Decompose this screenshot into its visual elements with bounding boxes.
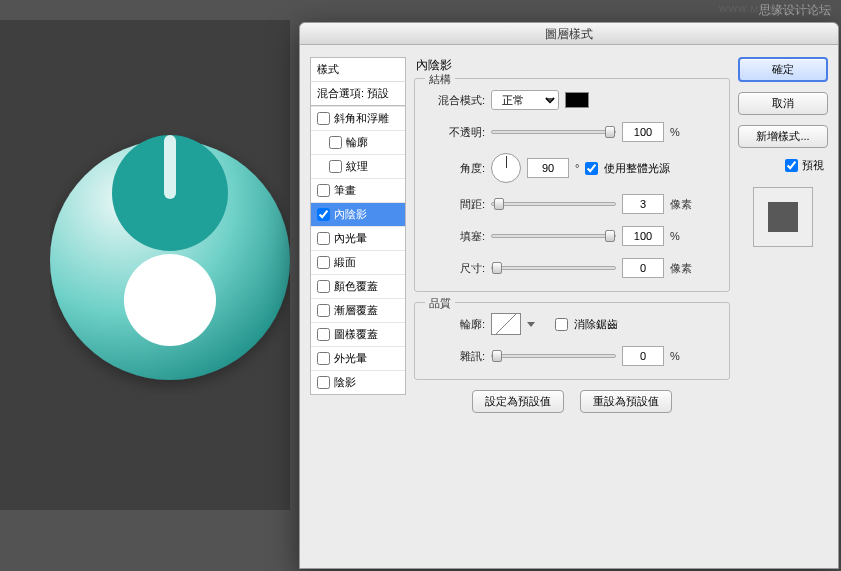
ok-button[interactable]: 確定 xyxy=(738,57,828,82)
blend-mode-select-wrap: 正常 xyxy=(491,90,559,110)
structure-group-label: 結構 xyxy=(425,72,455,87)
svg-point-2 xyxy=(124,254,216,346)
structure-group: 結構 混合模式: 正常 不透明: % 角度: xyxy=(414,78,730,292)
contour-label: 輪廓: xyxy=(425,317,485,332)
make-default-button[interactable]: 設定為預設值 xyxy=(472,390,564,413)
watermark: WWW.MISSYUAN.COM xyxy=(719,4,833,14)
effect-inner-glow-check[interactable] xyxy=(317,232,330,245)
effect-bevel[interactable]: 斜角和浮雕 xyxy=(311,106,405,130)
size-label: 尺寸: xyxy=(425,261,485,276)
distance-input[interactable] xyxy=(622,194,664,214)
effect-gradient-overlay-check[interactable] xyxy=(317,304,330,317)
quality-group: 品質 輪廓: 消除鋸齒 雜訊: % xyxy=(414,302,730,380)
distance-slider[interactable] xyxy=(491,202,616,206)
noise-slider[interactable] xyxy=(491,354,616,358)
pct-unit3: % xyxy=(670,350,680,362)
angle-dial[interactable] xyxy=(491,153,521,183)
blending-options-item[interactable]: 混合選項: 預設 xyxy=(310,81,406,106)
quality-group-label: 品質 xyxy=(425,296,455,311)
preview-thumbnail xyxy=(753,187,813,247)
settings-panel: 內陰影 結構 混合模式: 正常 不透明: % 角度: xyxy=(414,57,730,556)
layer-style-dialog: 圖層樣式 樣式 混合選項: 預設 斜角和浮雕 輪廓 紋理 筆畫 內陰影 內光暈 … xyxy=(299,22,839,569)
effect-texture[interactable]: 紋理 xyxy=(311,154,405,178)
opacity-label: 不透明: xyxy=(425,125,485,140)
px-unit2: 像素 xyxy=(670,261,692,276)
effect-inner-shadow-check[interactable] xyxy=(317,208,330,221)
actions-column: 確定 取消 新增樣式... 預視 xyxy=(738,57,828,556)
effect-pattern-overlay-check[interactable] xyxy=(317,328,330,341)
pct-unit: % xyxy=(670,126,680,138)
effect-inner-glow[interactable]: 內光暈 xyxy=(311,226,405,250)
global-light-label: 使用整體光源 xyxy=(604,161,670,176)
preview-swatch xyxy=(768,202,798,232)
effect-bevel-check[interactable] xyxy=(317,112,330,125)
opacity-input[interactable] xyxy=(622,122,664,142)
effect-outer-glow-check[interactable] xyxy=(317,352,330,365)
contour-picker[interactable] xyxy=(491,313,521,335)
effect-color-overlay-check[interactable] xyxy=(317,280,330,293)
preview-label: 預視 xyxy=(802,158,824,173)
antialias-check[interactable] xyxy=(555,318,568,331)
dialog-title: 圖層樣式 xyxy=(300,23,838,45)
choke-label: 填塞: xyxy=(425,229,485,244)
new-style-button[interactable]: 新增樣式... xyxy=(738,125,828,148)
chevron-down-icon[interactable] xyxy=(527,322,535,327)
distance-label: 間距: xyxy=(425,197,485,212)
noise-input[interactable] xyxy=(622,346,664,366)
effect-gradient-overlay[interactable]: 漸層覆蓋 xyxy=(311,298,405,322)
pct-unit2: % xyxy=(670,230,680,242)
effect-stroke-check[interactable] xyxy=(317,184,330,197)
effect-pattern-overlay[interactable]: 圖樣覆蓋 xyxy=(311,322,405,346)
effect-contour[interactable]: 輪廓 xyxy=(311,130,405,154)
px-unit: 像素 xyxy=(670,197,692,212)
size-input[interactable] xyxy=(622,258,664,278)
effect-texture-check[interactable] xyxy=(329,160,342,173)
artwork-preview xyxy=(50,105,290,395)
noise-label: 雜訊: xyxy=(425,349,485,364)
effect-drop-shadow[interactable]: 陰影 xyxy=(311,370,405,394)
opacity-slider[interactable] xyxy=(491,130,616,134)
effect-drop-shadow-check[interactable] xyxy=(317,376,330,389)
effect-satin-check[interactable] xyxy=(317,256,330,269)
antialias-label: 消除鋸齒 xyxy=(574,317,618,332)
size-slider[interactable] xyxy=(491,266,616,270)
effect-outer-glow[interactable]: 外光暈 xyxy=(311,346,405,370)
preview-check[interactable] xyxy=(785,159,798,172)
effect-inner-shadow[interactable]: 內陰影 xyxy=(311,202,405,226)
angle-label: 角度: xyxy=(425,161,485,176)
blend-mode-label: 混合模式: xyxy=(425,93,485,108)
shadow-color-swatch[interactable] xyxy=(565,92,589,108)
effect-contour-check[interactable] xyxy=(329,136,342,149)
angle-input[interactable] xyxy=(527,158,569,178)
blend-mode-select[interactable]: 正常 xyxy=(491,90,559,110)
global-light-check[interactable] xyxy=(585,162,598,175)
choke-slider[interactable] xyxy=(491,234,616,238)
cancel-button[interactable]: 取消 xyxy=(738,92,828,115)
preview-toggle[interactable]: 預視 xyxy=(738,158,828,173)
styles-heading: 樣式 xyxy=(310,57,406,81)
styles-sidebar: 樣式 混合選項: 預設 斜角和浮雕 輪廓 紋理 筆畫 內陰影 內光暈 緞面 顏色… xyxy=(310,57,406,556)
effect-satin[interactable]: 緞面 xyxy=(311,250,405,274)
panel-title: 內陰影 xyxy=(414,57,730,74)
reset-default-button[interactable]: 重設為預設值 xyxy=(580,390,672,413)
effect-stroke[interactable]: 筆畫 xyxy=(311,178,405,202)
choke-input[interactable] xyxy=(622,226,664,246)
deg-unit: ° xyxy=(575,162,579,174)
effect-color-overlay[interactable]: 顏色覆蓋 xyxy=(311,274,405,298)
effects-list: 斜角和浮雕 輪廓 紋理 筆畫 內陰影 內光暈 緞面 顏色覆蓋 漸層覆蓋 圖樣覆蓋… xyxy=(310,106,406,395)
